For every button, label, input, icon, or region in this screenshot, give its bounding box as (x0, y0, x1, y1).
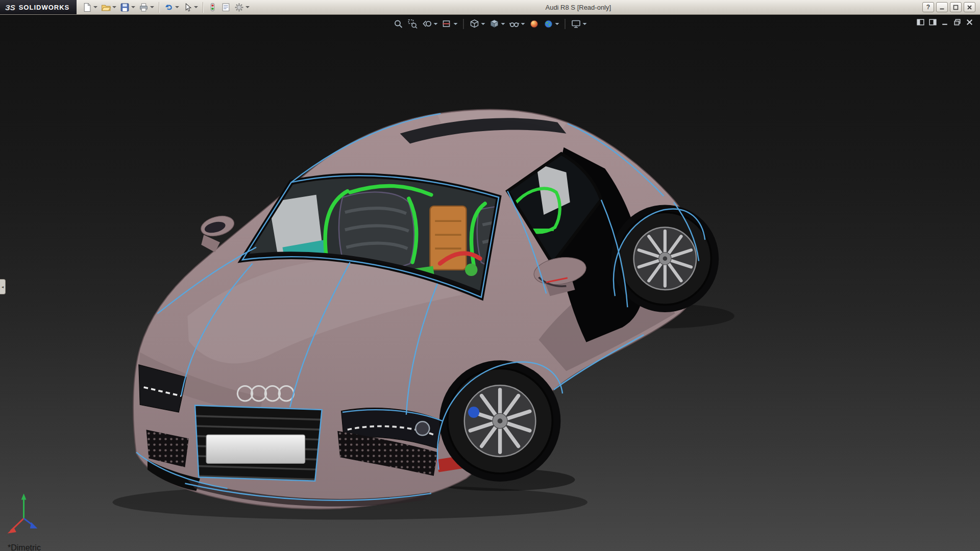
gear-icon (234, 3, 244, 12)
dropdown-caret-icon (521, 23, 525, 25)
car-model (112, 110, 734, 520)
chevron-left-icon: ◂ (2, 285, 4, 289)
solidworks-logo: ЗS SOLIDWORKS (0, 0, 77, 14)
dropdown-caret-icon (481, 23, 485, 25)
dropdown-caret-icon (131, 6, 135, 8)
display-style-icon (489, 19, 500, 29)
dropdown-caret-icon (246, 6, 250, 8)
standard-toolbar (77, 1, 251, 14)
print-button[interactable] (137, 1, 156, 14)
hide-show-items-button[interactable] (508, 17, 527, 31)
minimize-document-button[interactable] (941, 18, 949, 27)
glasses-icon (509, 19, 520, 29)
view-orientation-label: *Dimetric (8, 543, 41, 551)
minimize-document-icon (941, 18, 949, 27)
dropdown-caret-icon (112, 6, 116, 8)
solidworks-logo-text: SOLIDWORKS (19, 4, 70, 11)
model-canvas[interactable] (0, 15, 980, 551)
zoom-to-area-icon (408, 19, 418, 29)
orientation-triad (8, 493, 38, 533)
section-view-button[interactable] (440, 17, 459, 31)
zoom-to-fit-button[interactable] (392, 17, 405, 31)
sheet-properties-button[interactable] (219, 1, 232, 14)
toolbar-separator (565, 19, 566, 29)
feature-tree-collapsed-tab[interactable]: ◂ (0, 279, 6, 294)
display-style-button[interactable] (488, 17, 507, 31)
maximize-button[interactable] (950, 2, 962, 12)
dropdown-caret-icon (501, 23, 505, 25)
help-button[interactable]: ? (922, 2, 934, 12)
rebuild-button[interactable] (206, 1, 219, 14)
minimize-button[interactable] (936, 2, 948, 12)
minimize-icon (939, 5, 945, 10)
undo-icon (164, 3, 174, 12)
undo-button[interactable] (162, 1, 181, 14)
view-settings-icon (571, 19, 581, 29)
edit-appearance-button[interactable] (528, 17, 541, 31)
appearance-sphere-icon (529, 19, 540, 29)
open-folder-icon (101, 3, 111, 12)
save-button[interactable] (118, 1, 137, 14)
close-document-button[interactable] (965, 18, 974, 27)
pane-left-button[interactable] (916, 18, 925, 27)
view-orientation-button[interactable] (468, 17, 487, 31)
open-button[interactable] (100, 1, 118, 14)
select-cursor-icon (183, 3, 192, 12)
dropdown-caret-icon (434, 23, 438, 25)
toolbar-separator (463, 19, 464, 29)
titlebar: ЗS SOLIDWORKS (0, 0, 980, 15)
view-settings-button[interactable] (570, 17, 589, 31)
dropdown-caret-icon (555, 23, 559, 25)
close-icon (967, 5, 972, 10)
section-view-icon (442, 19, 452, 29)
previous-view-icon (422, 19, 432, 29)
scene-globe-icon (544, 19, 554, 29)
solidworks-logo-icon: ЗS (5, 3, 15, 12)
sheet-properties-icon (221, 3, 231, 12)
zoom-to-fit-icon (394, 19, 404, 29)
pane-right-icon (928, 18, 937, 27)
document-title: Audi R8 S [Read-only] (545, 4, 611, 11)
pane-left-icon (916, 18, 925, 27)
restore-document-button[interactable] (953, 18, 962, 27)
rebuild-traffic-light-icon (208, 3, 217, 12)
previous-view-button[interactable] (421, 17, 439, 31)
dropdown-caret-icon (93, 6, 97, 8)
zoom-to-area-button[interactable] (406, 17, 420, 31)
app-window-controls: ? (922, 2, 980, 12)
heads-up-view-toolbar (392, 17, 589, 31)
save-icon (120, 3, 130, 12)
graphics-viewport: ◂ (0, 15, 980, 551)
dropdown-caret-icon (194, 6, 198, 8)
pane-right-button[interactable] (928, 18, 937, 27)
new-document-button[interactable] (81, 1, 99, 14)
dropdown-caret-icon (150, 6, 154, 8)
toolbar-separator (203, 2, 203, 13)
restore-document-icon (953, 18, 962, 27)
print-icon (139, 3, 149, 12)
view-orientation-cube-icon (470, 19, 480, 29)
dropdown-caret-icon (454, 23, 458, 25)
new-document-icon (82, 3, 92, 12)
brake-caliper (468, 407, 479, 418)
close-button[interactable] (964, 2, 975, 12)
options-button[interactable] (233, 1, 251, 14)
license-plate (206, 435, 305, 463)
dropdown-caret-icon (175, 6, 179, 8)
toolbar-separator (159, 2, 159, 13)
select-button[interactable] (181, 1, 200, 14)
rear-wheel (611, 205, 719, 312)
maximize-icon (953, 5, 959, 10)
close-document-icon (965, 18, 974, 27)
front-wheel (439, 360, 561, 482)
apply-scene-button[interactable] (542, 17, 561, 31)
dropdown-caret-icon (583, 23, 587, 25)
document-window-controls (916, 18, 974, 27)
